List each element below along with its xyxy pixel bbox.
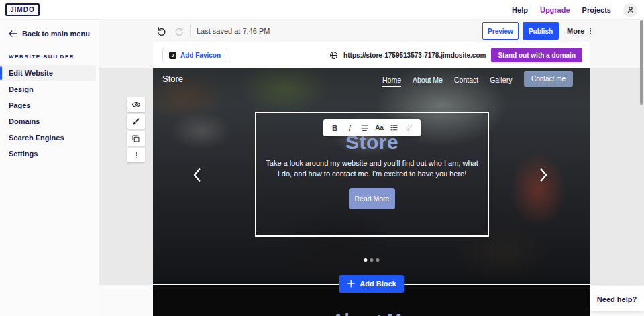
website-hero-preview: Store Home About Me Contact Gallery Cont… <box>153 68 590 284</box>
redo-icon <box>174 25 184 36</box>
editor-toolbar: Last saved at 7:46 PM Preview Publish Mo… <box>99 20 644 42</box>
person-icon <box>626 5 635 15</box>
globe-icon <box>329 51 338 60</box>
sidebar-item-label: Edit Website <box>9 69 53 77</box>
sidebar-item-label: Settings <box>9 150 38 158</box>
domain-upsell-button[interactable]: Stand out with a domain <box>491 48 582 62</box>
block-more-button[interactable] <box>127 148 145 162</box>
need-help-button[interactable]: Need help? <box>590 286 644 311</box>
preview-button[interactable]: Preview <box>482 22 519 40</box>
sidebar-item-settings[interactable]: Settings <box>0 146 99 162</box>
nav-link-gallery[interactable]: Gallery <box>490 76 512 87</box>
sidebar-item-label: Pages <box>9 101 30 109</box>
link-button[interactable] <box>403 122 415 134</box>
bold-button[interactable]: B <box>329 122 341 134</box>
align-center-icon <box>360 123 369 132</box>
publish-button[interactable]: Publish <box>523 22 559 40</box>
scrollbar-thumb[interactable] <box>640 20 643 105</box>
top-bar: JIMDO Help Upgrade Projects <box>0 0 644 20</box>
site-toolbar: J Add Favicon https://store-1759513573-7… <box>153 42 590 68</box>
jimdo-editor-window: JIMDO Help Upgrade Projects Back to main… <box>0 0 644 316</box>
add-favicon-label: Add Favicon <box>180 52 221 59</box>
editor-actions: Preview Publish More <box>482 22 594 40</box>
site-brand[interactable]: Store <box>162 74 183 84</box>
sidebar-item-edit-website[interactable]: Edit Website <box>0 65 96 81</box>
next-section-title[interactable]: About Me <box>332 310 411 316</box>
favicon-badge-icon: J <box>169 52 176 59</box>
help-link[interactable]: Help <box>512 6 528 14</box>
carousel-dots <box>364 258 380 262</box>
read-more-button[interactable]: Read More <box>349 188 395 209</box>
upgrade-link[interactable]: Upgrade <box>540 6 570 14</box>
sidebar-item-search-engines[interactable]: Search Engines <box>0 129 99 146</box>
paintbrush-icon <box>131 117 140 126</box>
add-block-button[interactable]: Add Block <box>339 275 404 293</box>
plus-icon <box>347 280 355 288</box>
block-toolbar <box>127 97 145 162</box>
back-arrow-icon <box>9 30 17 37</box>
sidebar-item-label: Domains <box>9 117 40 125</box>
kebab-menu-icon <box>132 151 140 160</box>
typography-button[interactable]: Aa <box>374 122 386 134</box>
site-nav: Home About Me Contact Gallery <box>382 76 512 87</box>
last-saved-text: Last saved at 7:46 PM <box>197 20 270 42</box>
list-icon <box>390 123 398 132</box>
block-preview-button[interactable] <box>127 97 145 112</box>
redo-button[interactable] <box>171 23 187 39</box>
chevron-right-icon <box>539 168 550 182</box>
topbar-links: Help Upgrade Projects <box>512 0 637 20</box>
undo-button[interactable] <box>154 23 170 39</box>
carousel-dot-3[interactable] <box>376 258 380 262</box>
carousel-dot-2[interactable] <box>370 258 374 262</box>
jimdo-logo[interactable]: JIMDO <box>5 3 40 16</box>
kebab-menu-icon <box>586 26 594 36</box>
chevron-left-icon <box>193 168 203 182</box>
undo-icon <box>156 25 167 36</box>
nav-link-about-me[interactable]: About Me <box>413 76 443 87</box>
eye-icon <box>131 100 141 109</box>
add-block-label: Add Block <box>360 280 396 288</box>
site-url-link[interactable]: https://store-1759513573-7178.jimdosite.… <box>343 52 486 59</box>
nav-link-contact[interactable]: Contact <box>454 76 478 87</box>
hero-body-text[interactable]: Take a look around my website and you'll… <box>264 158 480 180</box>
sidebar-item-design[interactable]: Design <box>0 81 99 97</box>
duplicate-icon <box>131 134 140 143</box>
contact-me-button[interactable]: Contact me <box>524 71 573 87</box>
link-icon <box>405 123 413 132</box>
sidebar-item-pages[interactable]: Pages <box>0 97 99 113</box>
block-duplicate-button[interactable] <box>127 131 145 146</box>
projects-link[interactable]: Projects <box>582 6 611 14</box>
sidebar-section-title: WEBSITE BUILDER <box>0 44 99 65</box>
sidebar-item-label: Search Engines <box>9 134 64 142</box>
list-button[interactable] <box>388 122 400 134</box>
carousel-prev-button[interactable] <box>193 166 203 184</box>
italic-button[interactable]: I <box>343 122 356 134</box>
carousel-dot-1[interactable] <box>364 258 368 262</box>
block-style-button[interactable] <box>127 114 145 129</box>
add-favicon-button[interactable]: J Add Favicon <box>162 48 227 62</box>
sidebar-item-label: Design <box>9 85 34 93</box>
back-label: Back to main menu <box>22 30 90 38</box>
align-center-button[interactable] <box>358 122 370 134</box>
more-label: More <box>567 27 584 35</box>
nav-link-home[interactable]: Home <box>382 76 401 87</box>
site-url-group: https://store-1759513573-7178.jimdosite.… <box>329 48 582 62</box>
toolbar-divider <box>190 25 191 37</box>
more-menu-button[interactable]: More <box>567 26 594 36</box>
carousel-next-button[interactable] <box>539 166 550 184</box>
back-to-main-menu[interactable]: Back to main menu <box>0 20 99 44</box>
sidebar: Back to main menu WEBSITE BUILDER Edit W… <box>0 20 99 316</box>
sidebar-item-domains[interactable]: Domains <box>0 113 99 129</box>
account-avatar[interactable] <box>623 3 637 17</box>
text-format-toolbar: B I Aa <box>323 119 421 136</box>
